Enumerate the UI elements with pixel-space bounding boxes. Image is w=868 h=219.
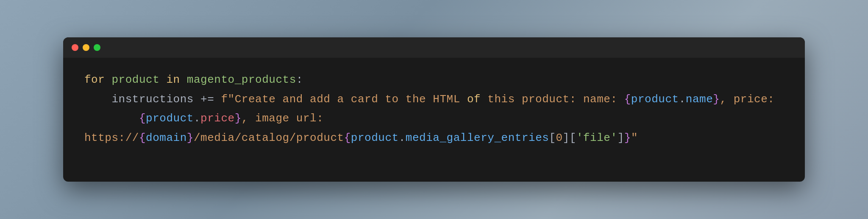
minimize-button[interactable] <box>83 44 89 51</box>
code-line-2: instructions += f"Create and add a card … <box>84 90 784 110</box>
code-line-3: {product.price}, image url: <box>84 109 784 129</box>
maximize-button[interactable] <box>94 44 100 51</box>
code-block: for product in magento_products: instruc… <box>63 58 805 165</box>
code-line-4: https://{domain}/media/catalog/product{p… <box>84 129 784 148</box>
code-window: for product in magento_products: instruc… <box>63 37 805 182</box>
code-line-1: for product in magento_products: <box>84 70 784 90</box>
close-button[interactable] <box>72 44 78 51</box>
title-bar <box>63 37 805 58</box>
